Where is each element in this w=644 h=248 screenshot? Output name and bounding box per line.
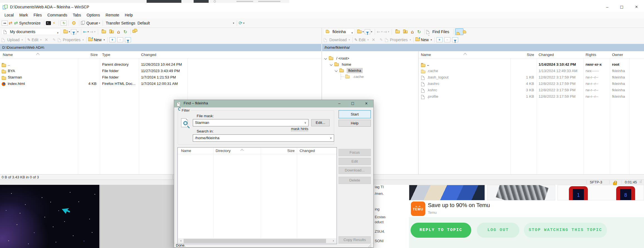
parent-directory-icon[interactable] [102, 30, 106, 33]
col-header-name[interactable]: Name [181, 148, 191, 154]
menu-tabs[interactable]: Tabs [70, 13, 84, 17]
col-header-changed[interactable]: Changed [141, 51, 156, 58]
tree-node-cache[interactable]: .cache [340, 73, 418, 80]
menu-options[interactable]: Options [84, 13, 103, 17]
command-icon[interactable]: ⚡ [53, 21, 56, 26]
filter-icon[interactable] [71, 29, 77, 34]
menu-remote[interactable]: Remote [103, 13, 122, 17]
chevron-down-icon[interactable]: ▾ [243, 22, 245, 24]
parent-directory-icon[interactable] [395, 30, 400, 33]
minimize-button[interactable]: – [600, 3, 615, 12]
home-directory-icon[interactable]: ⌂ [411, 29, 414, 35]
search-in-combo[interactable]: /home/fkleinha ∨ [193, 134, 334, 142]
tree-node-fkleinha[interactable]: fkleinha [335, 67, 418, 73]
chevron-down-icon[interactable]: ▾ [99, 22, 100, 24]
new-button[interactable]: New [94, 38, 102, 42]
left-drive-combo[interactable]: My documents ▾ [2, 29, 61, 35]
close-button[interactable]: × [629, 3, 644, 12]
tree-expand-icon[interactable] [324, 57, 327, 60]
chevron-down-icon[interactable]: ▾ [233, 22, 234, 24]
menu-commands[interactable]: Commands [45, 13, 70, 17]
left-path-bar[interactable]: D:\Documents\Web ADA\ [0, 44, 321, 51]
col-header-name[interactable]: Name [421, 51, 431, 58]
file-mask-combo[interactable]: Starman ∨ [193, 119, 309, 126]
back-icon[interactable]: ← [83, 29, 87, 35]
synchronize-icon[interactable]: ⇄ [14, 20, 18, 26]
col-header-size[interactable]: Size [272, 148, 295, 154]
chevron-down-icon[interactable]: ∨ [330, 135, 332, 141]
dialog-minimize-button[interactable]: – [333, 100, 346, 107]
add-filter-icon[interactable]: + [436, 37, 443, 42]
transfer-settings-combo[interactable]: Default [137, 21, 232, 25]
home-directory-icon[interactable]: ⌂ [117, 29, 120, 35]
product-image-3[interactable]: 1 8 [557, 185, 644, 200]
log-out-button[interactable]: LOG OUT [477, 223, 519, 238]
find-dialog-titlebar[interactable]: Find – fkleinha – □ × [174, 100, 373, 107]
start-button[interactable]: Start [339, 110, 371, 118]
open-directory-icon[interactable] [357, 30, 362, 33]
open-directory-icon[interactable] [63, 30, 68, 33]
file-row-parent[interactable]: .. Parent directory 11/26/2023 10:44:24 … [0, 61, 321, 68]
new-button[interactable]: New [421, 38, 429, 42]
refresh-icon[interactable]: ↻ [417, 29, 421, 35]
product-image-2[interactable] [487, 185, 555, 200]
menu-local[interactable]: Local [2, 13, 16, 17]
col-header-name[interactable]: Name [3, 51, 13, 58]
file-row-profile[interactable]: .profile 1 KB 12/8/2022 3:17:59 PM rw-r-… [419, 93, 644, 100]
pane-layout-icon[interactable]: ↔ [2, 21, 8, 26]
file-row-parent[interactable]: .. 1/14/2024 3:10:42 PM rwxr-xr-x root [419, 61, 644, 68]
filter-toggle-icon[interactable] [125, 37, 131, 42]
col-header-changed[interactable]: Changed [300, 148, 315, 154]
col-header-size[interactable]: Size [78, 51, 98, 58]
new-icon[interactable] [415, 38, 420, 41]
reply-to-topic-button[interactable]: REPLY TO TOPIC [411, 223, 471, 238]
menu-help[interactable]: Help [122, 13, 136, 17]
refresh-icon[interactable]: ↻ [124, 29, 127, 35]
refresh-session-icon[interactable]: ↻ [61, 21, 67, 26]
resize-grip[interactable] [640, 182, 640, 183]
maximize-button[interactable]: □ [615, 3, 629, 12]
console-icon[interactable]: >_ [46, 21, 51, 25]
scrollbar-thumb[interactable] [184, 239, 326, 243]
add-filter-icon[interactable]: + [109, 37, 115, 42]
root-directory-icon[interactable] [403, 30, 408, 33]
chevron-down-icon[interactable]: ∨ [304, 119, 306, 126]
ad-headline[interactable]: Save up to 90% on Temu [428, 202, 490, 208]
dialog-maximize-button[interactable]: □ [346, 100, 359, 107]
right-drive-combo[interactable]: fkleinha ▾ [324, 29, 354, 35]
copy-session-icon[interactable] [132, 30, 137, 34]
find-files-button[interactable]: Find Files [432, 30, 449, 34]
file-row-index-html[interactable]: index.html 4 KB Firefox HTML Doc... 1/7/… [0, 80, 321, 87]
right-path-bar[interactable]: /home/fkleinha/ [322, 44, 644, 51]
col-header-directory[interactable]: Directory [216, 148, 231, 154]
synchronize-button[interactable]: Synchronize [19, 21, 41, 25]
tree-expand-icon[interactable] [335, 69, 338, 72]
tree-node-home[interactable]: home [330, 61, 418, 67]
mask-hints-link[interactable]: mask hints [291, 127, 308, 131]
transfer-options-icon[interactable]: ⟳ [239, 20, 242, 26]
synchronize-browsing-toggle[interactable] [455, 28, 463, 35]
col-header-changed[interactable]: Changed [539, 51, 554, 58]
find-files-icon[interactable] [426, 29, 431, 34]
col-header-owner[interactable]: Owner [612, 51, 623, 58]
dialog-resize-grip[interactable] [369, 245, 370, 246]
menu-mark[interactable]: Mark [16, 13, 31, 17]
col-header-type[interactable]: Type [102, 51, 110, 58]
file-row-starman[interactable]: Starman File folder 1/7/2024 1:21:53 PM [0, 74, 321, 80]
help-button[interactable]: Help [339, 120, 371, 127]
queue-icon[interactable] [81, 21, 85, 25]
queue-button[interactable]: Queue [87, 21, 98, 25]
menu-files[interactable]: Files [31, 13, 45, 17]
file-row-bashrc[interactable]: .bashrc 4 KB 12/8/2022 3:17:59 PM rw-r--… [419, 80, 644, 87]
stop-watching-button[interactable]: STOP WATCHING THIS TOPIC [524, 223, 607, 238]
sync-browse-icon[interactable]: ⇄ [9, 20, 12, 26]
title-bar[interactable]: D:\Documents\Web ADA – fkleinha – WinSCP… [0, 3, 644, 12]
preferences-gear-icon[interactable]: ⚙ [71, 20, 76, 26]
tree-expand-icon[interactable] [330, 63, 333, 66]
mask-edit-button[interactable]: Edit... [311, 119, 330, 126]
col-header-rights[interactable]: Rights [586, 51, 596, 58]
product-image-1[interactable] [409, 185, 485, 200]
filter-toggle-icon[interactable] [452, 37, 458, 42]
col-header-size[interactable]: Size [512, 51, 534, 58]
tree-node-root[interactable]: / <root> [325, 55, 418, 61]
